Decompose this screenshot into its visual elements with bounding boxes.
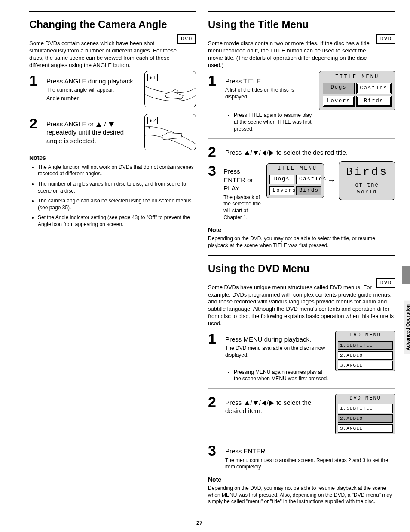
title-menu-to-birds: TITLE MENU Dogs Castles Lovers Birds → B…	[266, 161, 395, 200]
triangle-up-icon	[245, 151, 250, 155]
right-intro: Some movie discs contain two or more tit…	[208, 40, 371, 69]
list-item: The camera angle can also be selected us…	[38, 198, 196, 211]
note-bottom: Depending on the DVD, you may not be abl…	[208, 235, 395, 249]
dvd-menu-osd-2: DVD MENU 1.SUBTITLE 2.AUDIO 3.ANGLE	[335, 392, 395, 434]
race-car-thumb-2: ⏵2 ▾	[144, 114, 196, 150]
list-item: Press TITLE again to resume play at the …	[234, 112, 315, 132]
right-heading: Using the Title Menu	[208, 18, 395, 31]
left-heading: Changing the Camera Angle	[29, 18, 196, 31]
race-car-thumb-1: ⏵1	[144, 71, 196, 107]
dvd-step-3: 3 Press ENTER. The menu continues to ano…	[208, 441, 395, 472]
osd-item-castles: Castles	[356, 83, 392, 94]
right-step-2: 2 Press /// to select the desired title.	[208, 142, 395, 161]
dvd-step-2: 2 Press /// to select the desired item. …	[208, 392, 395, 434]
section-tab: Advanced Operation	[404, 301, 410, 354]
triangle-down-icon	[253, 151, 258, 155]
slash: /	[104, 120, 106, 128]
list-item: Pressing MENU again resumes play at the …	[234, 369, 331, 382]
angle-icon: ⏵1	[147, 74, 158, 81]
right-step-1: 1 Press TITLE. A list of the titles on t…	[208, 71, 395, 136]
tab-marker	[402, 266, 410, 284]
note-label: Note	[208, 226, 395, 234]
dvd-step-1: 1 Press MENU during playback. The DVD me…	[208, 329, 395, 386]
triangle-right-icon	[269, 150, 274, 156]
osd-item-lovers: Lovers	[323, 96, 354, 107]
right-step-3: 3 Press ENTER or PLAY. The playback of t…	[208, 161, 395, 223]
triangle-down-icon	[109, 122, 114, 127]
disc-badge-right: DVD	[376, 34, 395, 44]
triangle-up-icon	[245, 401, 250, 405]
osd-item-dogs: Dogs	[323, 83, 354, 94]
right-column: Using the Title Menu DVD Some movie disc…	[208, 9, 395, 507]
title-menu-osd-1: TITLE MENU Dogs Castles Lovers Birds	[319, 71, 395, 111]
triangle-right-icon	[269, 401, 274, 406]
osd-item-birds: Birds	[356, 96, 392, 107]
left-intro: Some DVDs contain scenes which have been…	[29, 40, 184, 69]
triangle-left-icon	[262, 401, 266, 406]
arrow-right-icon: →	[327, 176, 335, 186]
left-step-2: 2 Press ANGLE or / repeatedly until the …	[29, 114, 196, 150]
page-number: 27	[196, 520, 202, 520]
dvd-note-bottom: Depending on the DVD, you may not be abl…	[208, 485, 395, 505]
angle-icon: ⏵2	[147, 117, 158, 124]
list-item: Set the Angle indicator setting (see pag…	[38, 214, 196, 228]
triangle-up-icon	[96, 122, 101, 127]
notes-label: Notes	[29, 154, 196, 162]
triangle-left-icon	[262, 150, 266, 156]
dvd-heading: Using the DVD Menu	[208, 262, 395, 275]
left-column: Changing the Camera Angle DVD Some DVDs …	[29, 9, 196, 507]
dvd-menu-osd-1: DVD MENU 1.SUBTITLE 2.AUDIO 3.ANGLE	[335, 329, 395, 371]
angle-caption: Angle number	[46, 95, 79, 102]
dvd-intro: Some DVDs have unique menu structures ca…	[208, 284, 395, 327]
left-notes-list: The Angle function will not work on DVDs…	[29, 164, 196, 228]
left-step-1: 1 Press ANGLE during playback. The curre…	[29, 71, 196, 107]
list-item: The Angle function will not work on DVDs…	[38, 164, 196, 177]
list-item: The number of angles varies from disc to…	[38, 181, 196, 194]
triangle-down-icon	[253, 401, 258, 405]
birds-card: Birds of the world	[339, 161, 395, 200]
dvd-note-label: Note	[208, 476, 395, 483]
